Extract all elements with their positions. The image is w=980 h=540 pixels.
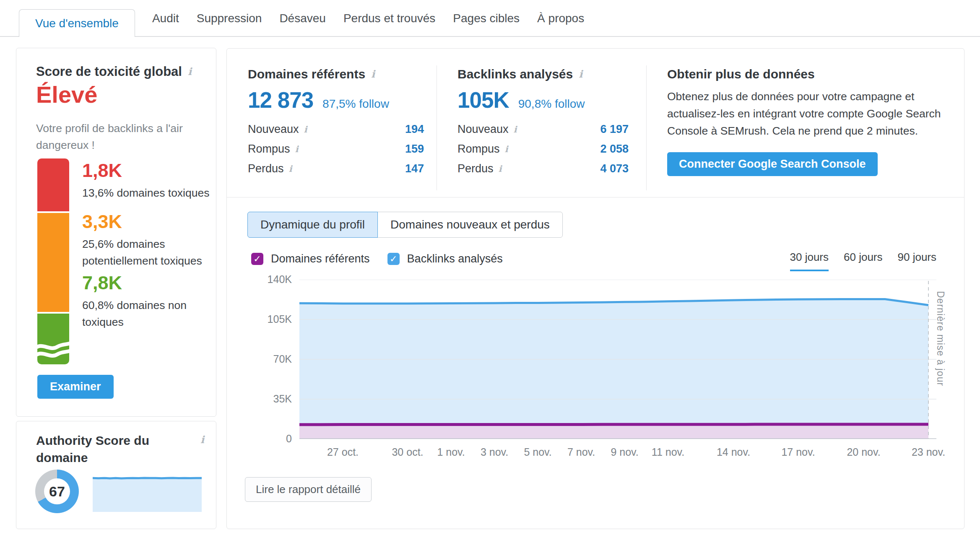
broken-backlinks-value[interactable]: 2 058 <box>600 143 629 156</box>
connect-gsc-button[interactable]: Connecter Google Search Console <box>667 152 878 176</box>
backlinks-checkbox[interactable] <box>387 253 400 265</box>
x-axis-label: 23 nov. <box>912 446 945 458</box>
backlink-audit-page: Vue d'ensemble Audit Suppression Désaveu… <box>0 0 980 540</box>
lost-domains-value[interactable]: 147 <box>405 162 424 175</box>
tab-audit[interactable]: Audit <box>143 0 188 37</box>
range-60-jours[interactable]: 60 jours <box>844 251 883 270</box>
stat-row-lost-backlinks: Perdus 4 073 <box>458 159 629 179</box>
potentially-toxic-count: 3,3K <box>82 211 122 233</box>
info-icon[interactable] <box>304 125 307 134</box>
profile-dynamics-chart <box>299 280 936 439</box>
info-icon[interactable] <box>371 69 375 79</box>
potentially-toxic-bar-segment <box>37 213 69 312</box>
examine-button[interactable]: Examiner <box>37 375 114 399</box>
legend-label-domains: Domaines référents <box>271 252 370 265</box>
divider <box>227 197 964 197</box>
gsc-promo-text: Obtenez plus de données pour votre campa… <box>667 88 959 140</box>
potentially-toxic-label: 25,6% domaines potentiellement toxiques <box>82 236 208 270</box>
info-icon[interactable] <box>579 69 582 79</box>
x-axis-label: 20 nov. <box>847 446 880 458</box>
authority-card-title: Authority Score du domaine <box>36 432 170 466</box>
tab-vue-densemble[interactable]: Vue d'ensemble <box>19 9 135 37</box>
x-axis-label: 7 nov. <box>567 446 595 458</box>
x-axis-label: 9 nov. <box>611 446 638 458</box>
stat-row-new-backlinks: Nouveaux 6 197 <box>458 119 629 139</box>
info-icon[interactable] <box>505 145 508 153</box>
range-30-jours[interactable]: 30 jours <box>790 251 829 271</box>
bar-break-wave-icon <box>35 339 72 358</box>
toxicity-card-title: Score de toxicité global <box>36 64 192 79</box>
backlinks-analyzed-title: Backlinks analysés <box>458 67 629 81</box>
range-90-jours[interactable]: 90 jours <box>898 251 937 270</box>
x-axis-label: 30 oct. <box>392 446 423 458</box>
report-tabbar: Vue d'ensemble Audit Suppression Désaveu… <box>0 0 980 37</box>
info-icon[interactable] <box>200 435 204 445</box>
x-axis-label: 5 nov. <box>524 446 551 458</box>
referring-domains-total[interactable]: 12 873 <box>248 87 313 113</box>
non-toxic-label: 60,8% domaines non toxiques <box>82 297 195 331</box>
x-axis-label: 17 nov. <box>781 446 815 458</box>
x-axis-labels: 27 oct.30 oct.1 nov.3 nov.5 nov.7 nov.9 … <box>227 446 964 463</box>
tab-perdus-et-trouves[interactable]: Perdus et trouvés <box>335 0 444 37</box>
new-domains-value[interactable]: 194 <box>405 123 424 136</box>
authority-score-donut: 67 <box>35 470 79 513</box>
toxic-bar-segment <box>37 158 69 211</box>
authority-score-card: Authority Score du domaine 67 <box>16 421 216 529</box>
y-axis-label: 35K <box>250 393 292 405</box>
chart-legend: Domaines référents Backlinks analysés <box>251 252 503 265</box>
referring-domains-checkbox[interactable] <box>251 253 263 265</box>
tab-pages-cibles[interactable]: Pages cibles <box>444 0 528 37</box>
legend-label-backlinks: Backlinks analysés <box>407 252 503 265</box>
authority-score-value: 67 <box>49 483 65 500</box>
y-axis-label: 105K <box>250 313 292 325</box>
x-axis-label: 14 nov. <box>717 446 750 458</box>
broken-domains-value[interactable]: 159 <box>405 143 424 156</box>
y-axis-label: 0 <box>250 433 292 445</box>
detailed-report-button[interactable]: Lire le rapport détaillé <box>245 477 372 502</box>
info-icon[interactable] <box>514 125 517 134</box>
stat-row-lost-domains: Perdus 147 <box>248 159 424 179</box>
x-axis-label: 27 oct. <box>327 446 359 458</box>
tab-a-propos[interactable]: À propos <box>528 0 593 37</box>
new-backlinks-value[interactable]: 6 197 <box>600 123 629 136</box>
x-axis-label: 1 nov. <box>437 446 465 458</box>
stat-row-broken-domains: Rompus 159 <box>248 139 424 159</box>
info-icon[interactable] <box>295 145 299 153</box>
y-axis-label: 140K <box>250 273 292 286</box>
referring-domains-follow: 87,5% follow <box>322 97 389 111</box>
backlinks-analyzed-section: Backlinks analysés 105K 90,8% follow Nou… <box>458 67 629 179</box>
stat-row-broken-backlinks: Rompus 2 058 <box>458 139 629 159</box>
backlinks-total[interactable]: 105K <box>458 87 509 113</box>
x-axis-label: 11 nov. <box>652 446 684 458</box>
info-icon[interactable] <box>499 164 502 173</box>
gsc-promo-title: Obtenir plus de données <box>667 67 961 81</box>
y-axis-label: 70K <box>250 353 292 365</box>
lost-backlinks-value[interactable]: 4 073 <box>600 162 629 175</box>
tab-desaveu[interactable]: Désaveu <box>270 0 335 37</box>
referring-domains-section: Domaines référents 12 873 87,5% follow N… <box>248 67 424 179</box>
toxicity-score-card: Score de toxicité global Élevé Votre pro… <box>16 48 216 417</box>
last-update-annotation: Dernière mise à jour <box>935 291 946 425</box>
toxic-count: 1,8K <box>82 160 122 182</box>
referring-domains-title: Domaines référents <box>248 67 424 81</box>
x-axis-label: 3 nov. <box>481 446 508 458</box>
non-toxic-count: 7,8K <box>82 272 122 294</box>
gsc-promo-section: Obtenir plus de données Obtenez plus de … <box>667 67 961 176</box>
info-icon[interactable] <box>289 164 292 173</box>
toggle-domaines-nouveaux-et-perdus[interactable]: Domaines nouveaux et perdus <box>377 212 563 238</box>
backlinks-overview-card: Domaines référents 12 873 87,5% follow N… <box>226 48 964 529</box>
stat-row-new-domains: Nouveaux 194 <box>248 119 424 139</box>
tab-suppression[interactable]: Suppression <box>188 0 271 37</box>
divider <box>646 65 647 190</box>
toxicity-subtitle: Votre profil de backlinks a l'air danger… <box>36 120 183 154</box>
authority-score-sparkline <box>93 472 202 512</box>
toggle-dynamique-du-profil[interactable]: Dynamique du profil <box>247 212 378 238</box>
chart-view-toggle: Dynamique du profil Domaines nouveaux et… <box>247 212 563 238</box>
toxic-label: 13,6% domaines toxiques <box>82 185 221 202</box>
info-icon[interactable] <box>188 67 192 77</box>
toxicity-status: Élevé <box>36 81 97 108</box>
backlinks-follow: 90,8% follow <box>518 97 585 111</box>
divider <box>437 65 437 190</box>
date-range-selector: 30 jours 60 jours 90 jours <box>790 251 937 271</box>
